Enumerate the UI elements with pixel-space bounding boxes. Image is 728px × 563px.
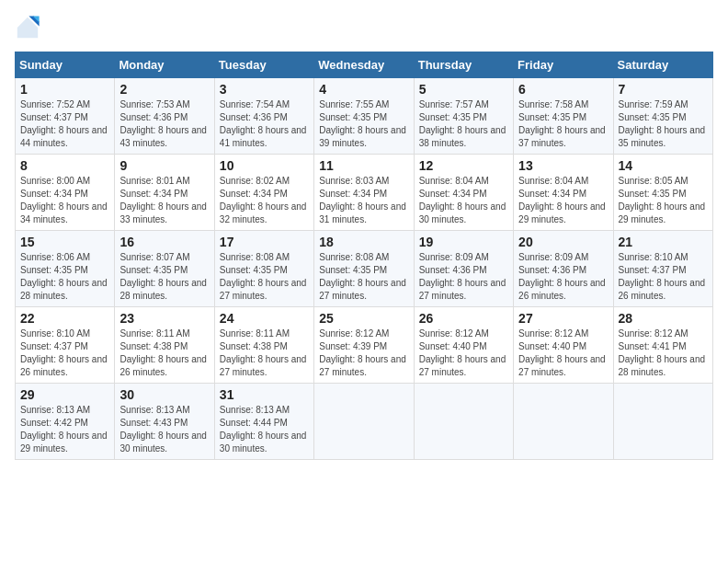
- calendar-cell: 2 Sunrise: 7:53 AM Sunset: 4:36 PM Dayli…: [115, 78, 214, 155]
- day-detail: Sunrise: 8:04 AM Sunset: 4:34 PM Dayligh…: [419, 175, 508, 226]
- page-header: [15, 15, 713, 40]
- calendar-cell: 10 Sunrise: 8:02 AM Sunset: 4:34 PM Dayl…: [214, 155, 313, 231]
- day-number: 2: [119, 82, 209, 97]
- calendar-cell: 7 Sunrise: 7:59 AM Sunset: 4:35 PM Dayli…: [613, 78, 712, 155]
- day-number: 1: [20, 82, 109, 97]
- day-number: 12: [419, 158, 508, 173]
- calendar-cell: [414, 384, 513, 460]
- day-number: 5: [419, 82, 508, 97]
- calendar-week-row: 22 Sunrise: 8:10 AM Sunset: 4:37 PM Dayl…: [16, 307, 713, 384]
- day-number: 6: [518, 82, 608, 97]
- calendar-cell: 26 Sunrise: 8:12 AM Sunset: 4:40 PM Dayl…: [414, 307, 513, 384]
- day-detail: Sunrise: 8:13 AM Sunset: 4:43 PM Dayligh…: [119, 404, 209, 455]
- day-number: 31: [220, 387, 309, 402]
- day-detail: Sunrise: 8:09 AM Sunset: 4:36 PM Dayligh…: [419, 251, 508, 303]
- calendar-cell: 28 Sunrise: 8:12 AM Sunset: 4:41 PM Dayl…: [613, 307, 712, 384]
- calendar-cell: 12 Sunrise: 8:04 AM Sunset: 4:34 PM Dayl…: [414, 155, 513, 231]
- calendar-header-row: SundayMondayTuesdayWednesdayThursdayFrid…: [16, 52, 713, 78]
- calendar-cell: 20 Sunrise: 8:09 AM Sunset: 4:36 PM Dayl…: [514, 231, 613, 307]
- calendar-cell: [514, 384, 613, 460]
- day-number: 15: [20, 235, 109, 249]
- calendar-cell: 24 Sunrise: 8:11 AM Sunset: 4:38 PM Dayl…: [214, 307, 313, 384]
- calendar-cell: 31 Sunrise: 8:13 AM Sunset: 4:44 PM Dayl…: [214, 384, 313, 460]
- day-detail: Sunrise: 8:02 AM Sunset: 4:34 PM Dayligh…: [220, 175, 309, 226]
- logo: [15, 15, 44, 40]
- day-detail: Sunrise: 8:11 AM Sunset: 4:38 PM Dayligh…: [220, 327, 309, 379]
- day-detail: Sunrise: 8:13 AM Sunset: 4:44 PM Dayligh…: [220, 404, 309, 455]
- day-number: 10: [220, 158, 309, 173]
- calendar-cell: 1 Sunrise: 7:52 AM Sunset: 4:37 PM Dayli…: [16, 78, 115, 155]
- calendar-cell: 18 Sunrise: 8:08 AM Sunset: 4:35 PM Dayl…: [314, 231, 414, 307]
- day-number: 17: [220, 235, 309, 249]
- calendar-table: SundayMondayTuesdayWednesdayThursdayFrid…: [15, 52, 713, 460]
- day-detail: Sunrise: 8:12 AM Sunset: 4:40 PM Dayligh…: [419, 327, 508, 379]
- day-detail: Sunrise: 8:09 AM Sunset: 4:36 PM Dayligh…: [518, 251, 608, 303]
- col-header-sunday: Sunday: [16, 52, 115, 78]
- day-number: 22: [20, 311, 109, 326]
- calendar-cell: 5 Sunrise: 7:57 AM Sunset: 4:35 PM Dayli…: [414, 78, 513, 155]
- calendar-week-row: 15 Sunrise: 8:06 AM Sunset: 4:35 PM Dayl…: [16, 231, 713, 307]
- col-header-tuesday: Tuesday: [214, 52, 313, 78]
- day-number: 4: [319, 82, 408, 97]
- day-detail: Sunrise: 7:58 AM Sunset: 4:35 PM Dayligh…: [518, 98, 608, 150]
- day-number: 9: [119, 158, 209, 173]
- day-number: 8: [20, 158, 109, 173]
- day-detail: Sunrise: 8:11 AM Sunset: 4:38 PM Dayligh…: [119, 327, 209, 379]
- day-detail: Sunrise: 7:59 AM Sunset: 4:35 PM Dayligh…: [619, 98, 708, 150]
- calendar-cell: [314, 384, 414, 460]
- day-number: 16: [119, 235, 209, 249]
- day-detail: Sunrise: 8:08 AM Sunset: 4:35 PM Dayligh…: [319, 251, 408, 303]
- day-number: 13: [518, 158, 608, 173]
- calendar-cell: 14 Sunrise: 8:05 AM Sunset: 4:35 PM Dayl…: [613, 155, 712, 231]
- calendar-cell: 29 Sunrise: 8:13 AM Sunset: 4:42 PM Dayl…: [16, 384, 115, 460]
- calendar-cell: 6 Sunrise: 7:58 AM Sunset: 4:35 PM Dayli…: [514, 78, 613, 155]
- day-detail: Sunrise: 7:53 AM Sunset: 4:36 PM Dayligh…: [119, 98, 209, 150]
- col-header-wednesday: Wednesday: [314, 52, 414, 78]
- calendar-cell: 17 Sunrise: 8:08 AM Sunset: 4:35 PM Dayl…: [214, 231, 313, 307]
- calendar-cell: 11 Sunrise: 8:03 AM Sunset: 4:34 PM Dayl…: [314, 155, 414, 231]
- col-header-saturday: Saturday: [613, 52, 712, 78]
- day-detail: Sunrise: 8:06 AM Sunset: 4:35 PM Dayligh…: [20, 251, 109, 303]
- day-detail: Sunrise: 8:12 AM Sunset: 4:40 PM Dayligh…: [518, 327, 608, 379]
- day-number: 21: [619, 235, 708, 249]
- day-number: 3: [220, 82, 309, 97]
- calendar-week-row: 29 Sunrise: 8:13 AM Sunset: 4:42 PM Dayl…: [16, 384, 713, 460]
- day-detail: Sunrise: 8:03 AM Sunset: 4:34 PM Dayligh…: [319, 175, 408, 226]
- day-number: 18: [319, 235, 408, 249]
- calendar-cell: 30 Sunrise: 8:13 AM Sunset: 4:43 PM Dayl…: [115, 384, 214, 460]
- day-detail: Sunrise: 7:54 AM Sunset: 4:36 PM Dayligh…: [220, 98, 309, 150]
- calendar-cell: 19 Sunrise: 8:09 AM Sunset: 4:36 PM Dayl…: [414, 231, 513, 307]
- day-number: 23: [119, 311, 209, 326]
- day-number: 26: [419, 311, 508, 326]
- day-detail: Sunrise: 8:10 AM Sunset: 4:37 PM Dayligh…: [20, 327, 109, 379]
- day-detail: Sunrise: 8:12 AM Sunset: 4:39 PM Dayligh…: [319, 327, 408, 379]
- col-header-thursday: Thursday: [414, 52, 513, 78]
- day-detail: Sunrise: 7:55 AM Sunset: 4:35 PM Dayligh…: [319, 98, 408, 150]
- day-number: 29: [20, 387, 109, 402]
- day-detail: Sunrise: 8:10 AM Sunset: 4:37 PM Dayligh…: [619, 251, 708, 303]
- day-detail: Sunrise: 8:05 AM Sunset: 4:35 PM Dayligh…: [619, 175, 708, 226]
- day-detail: Sunrise: 8:01 AM Sunset: 4:34 PM Dayligh…: [119, 175, 209, 226]
- calendar-cell: 16 Sunrise: 8:07 AM Sunset: 4:35 PM Dayl…: [115, 231, 214, 307]
- calendar-week-row: 1 Sunrise: 7:52 AM Sunset: 4:37 PM Dayli…: [16, 78, 713, 155]
- calendar-cell: 23 Sunrise: 8:11 AM Sunset: 4:38 PM Dayl…: [115, 307, 214, 384]
- day-detail: Sunrise: 8:12 AM Sunset: 4:41 PM Dayligh…: [619, 327, 708, 379]
- day-detail: Sunrise: 8:08 AM Sunset: 4:35 PM Dayligh…: [220, 251, 309, 303]
- day-number: 19: [419, 235, 508, 249]
- calendar-cell: [613, 384, 712, 460]
- calendar-cell: 15 Sunrise: 8:06 AM Sunset: 4:35 PM Dayl…: [16, 231, 115, 307]
- logo-icon: [15, 15, 40, 40]
- day-number: 27: [518, 311, 608, 326]
- calendar-week-row: 8 Sunrise: 8:00 AM Sunset: 4:34 PM Dayli…: [16, 155, 713, 231]
- calendar-cell: 3 Sunrise: 7:54 AM Sunset: 4:36 PM Dayli…: [214, 78, 313, 155]
- day-number: 25: [319, 311, 408, 326]
- calendar-cell: 9 Sunrise: 8:01 AM Sunset: 4:34 PM Dayli…: [115, 155, 214, 231]
- col-header-monday: Monday: [115, 52, 214, 78]
- day-detail: Sunrise: 7:57 AM Sunset: 4:35 PM Dayligh…: [419, 98, 508, 150]
- day-number: 30: [119, 387, 209, 402]
- day-detail: Sunrise: 8:07 AM Sunset: 4:35 PM Dayligh…: [119, 251, 209, 303]
- calendar-cell: 22 Sunrise: 8:10 AM Sunset: 4:37 PM Dayl…: [16, 307, 115, 384]
- day-detail: Sunrise: 8:13 AM Sunset: 4:42 PM Dayligh…: [20, 404, 109, 455]
- col-header-friday: Friday: [514, 52, 613, 78]
- calendar-cell: 25 Sunrise: 8:12 AM Sunset: 4:39 PM Dayl…: [314, 307, 414, 384]
